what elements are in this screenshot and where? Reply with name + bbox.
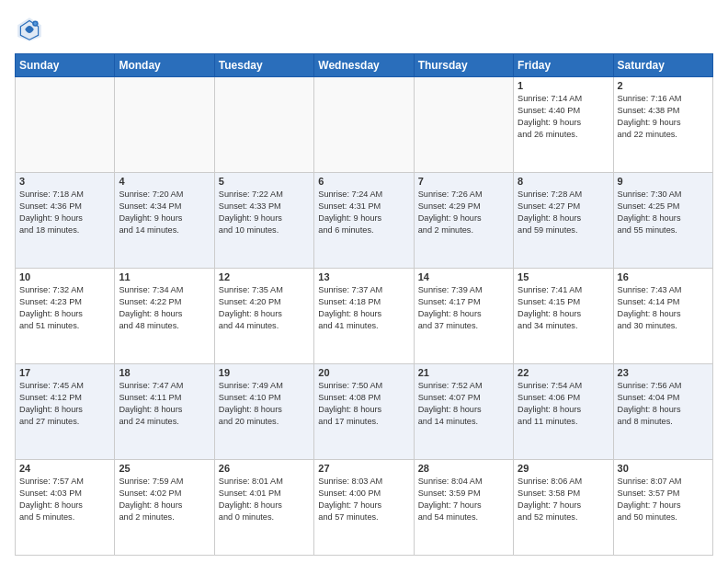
calendar-cell: 18Sunrise: 7:47 AM Sunset: 4:11 PM Dayli… <box>115 364 214 460</box>
day-number: 9 <box>618 176 709 187</box>
day-number: 28 <box>418 463 509 474</box>
weekday-header-thursday: Thursday <box>414 54 513 77</box>
calendar-cell: 26Sunrise: 8:01 AM Sunset: 4:01 PM Dayli… <box>214 460 313 556</box>
calendar-cell <box>115 77 214 173</box>
logo <box>15 15 48 44</box>
day-info: Sunrise: 8:01 AM Sunset: 4:01 PM Dayligh… <box>219 476 310 523</box>
day-info: Sunrise: 7:52 AM Sunset: 4:07 PM Dayligh… <box>418 380 509 428</box>
day-info: Sunrise: 7:59 AM Sunset: 4:02 PM Dayligh… <box>119 476 210 523</box>
day-info: Sunrise: 7:54 AM Sunset: 4:06 PM Dayligh… <box>518 380 609 428</box>
weekday-header-row: SundayMondayTuesdayWednesdayThursdayFrid… <box>16 54 713 77</box>
day-info: Sunrise: 7:16 AM Sunset: 4:38 PM Dayligh… <box>618 93 709 141</box>
day-number: 7 <box>418 176 509 187</box>
calendar-cell: 1Sunrise: 7:14 AM Sunset: 4:40 PM Daylig… <box>514 77 613 173</box>
calendar-cell: 11Sunrise: 7:34 AM Sunset: 4:22 PM Dayli… <box>115 269 214 364</box>
calendar-cell: 17Sunrise: 7:45 AM Sunset: 4:12 PM Dayli… <box>16 364 115 460</box>
svg-point-3 <box>34 22 37 25</box>
week-row-3: 10Sunrise: 7:32 AM Sunset: 4:23 PM Dayli… <box>16 269 713 364</box>
day-number: 13 <box>318 271 409 282</box>
day-number: 19 <box>219 367 310 378</box>
header <box>15 15 713 44</box>
day-number: 8 <box>518 176 609 187</box>
day-number: 12 <box>219 271 310 282</box>
weekday-header-sunday: Sunday <box>16 54 115 77</box>
day-number: 16 <box>618 271 709 282</box>
calendar-cell: 3Sunrise: 7:18 AM Sunset: 4:36 PM Daylig… <box>16 173 115 269</box>
calendar-cell: 30Sunrise: 8:07 AM Sunset: 3:57 PM Dayli… <box>613 460 712 556</box>
day-number: 10 <box>19 271 110 282</box>
day-info: Sunrise: 7:35 AM Sunset: 4:20 PM Dayligh… <box>219 284 310 332</box>
day-number: 29 <box>518 463 609 474</box>
week-row-2: 3Sunrise: 7:18 AM Sunset: 4:36 PM Daylig… <box>16 173 713 269</box>
calendar-cell: 24Sunrise: 7:57 AM Sunset: 4:03 PM Dayli… <box>16 460 115 556</box>
day-info: Sunrise: 7:26 AM Sunset: 4:29 PM Dayligh… <box>418 189 509 236</box>
day-info: Sunrise: 8:04 AM Sunset: 3:59 PM Dayligh… <box>418 476 509 523</box>
day-info: Sunrise: 7:18 AM Sunset: 4:36 PM Dayligh… <box>19 189 110 236</box>
day-number: 1 <box>518 80 609 91</box>
calendar-cell: 19Sunrise: 7:49 AM Sunset: 4:10 PM Dayli… <box>214 364 313 460</box>
day-info: Sunrise: 7:43 AM Sunset: 4:14 PM Dayligh… <box>618 284 709 332</box>
day-number: 17 <box>19 367 110 378</box>
day-info: Sunrise: 7:47 AM Sunset: 4:11 PM Dayligh… <box>119 380 210 428</box>
weekday-header-saturday: Saturday <box>613 54 712 77</box>
week-row-5: 24Sunrise: 7:57 AM Sunset: 4:03 PM Dayli… <box>16 460 713 556</box>
day-info: Sunrise: 7:49 AM Sunset: 4:10 PM Dayligh… <box>219 380 310 428</box>
calendar-cell: 22Sunrise: 7:54 AM Sunset: 4:06 PM Dayli… <box>514 364 613 460</box>
day-info: Sunrise: 7:24 AM Sunset: 4:31 PM Dayligh… <box>318 189 409 236</box>
weekday-header-wednesday: Wednesday <box>314 54 414 77</box>
calendar-cell: 27Sunrise: 8:03 AM Sunset: 4:00 PM Dayli… <box>314 460 414 556</box>
day-info: Sunrise: 7:34 AM Sunset: 4:22 PM Dayligh… <box>119 284 210 332</box>
day-number: 14 <box>418 271 509 282</box>
day-number: 2 <box>618 80 709 91</box>
day-info: Sunrise: 7:30 AM Sunset: 4:25 PM Dayligh… <box>618 189 709 236</box>
day-number: 26 <box>219 463 310 474</box>
calendar-cell: 5Sunrise: 7:22 AM Sunset: 4:33 PM Daylig… <box>214 173 313 269</box>
day-info: Sunrise: 8:03 AM Sunset: 4:00 PM Dayligh… <box>318 476 409 523</box>
calendar-cell: 15Sunrise: 7:41 AM Sunset: 4:15 PM Dayli… <box>514 269 613 364</box>
day-info: Sunrise: 7:45 AM Sunset: 4:12 PM Dayligh… <box>19 380 110 428</box>
logo-icon <box>15 15 44 44</box>
week-row-1: 1Sunrise: 7:14 AM Sunset: 4:40 PM Daylig… <box>16 77 713 173</box>
day-number: 3 <box>19 176 110 187</box>
day-info: Sunrise: 7:22 AM Sunset: 4:33 PM Dayligh… <box>219 189 310 236</box>
calendar-cell <box>214 77 313 173</box>
day-number: 21 <box>418 367 509 378</box>
day-number: 11 <box>119 271 210 282</box>
calendar-cell: 20Sunrise: 7:50 AM Sunset: 4:08 PM Dayli… <box>314 364 414 460</box>
calendar-cell: 23Sunrise: 7:56 AM Sunset: 4:04 PM Dayli… <box>613 364 712 460</box>
page: SundayMondayTuesdayWednesdayThursdayFrid… <box>0 0 728 563</box>
calendar-cell <box>16 77 115 173</box>
calendar-cell: 7Sunrise: 7:26 AM Sunset: 4:29 PM Daylig… <box>414 173 513 269</box>
day-number: 20 <box>318 367 409 378</box>
day-number: 24 <box>19 463 110 474</box>
calendar-cell: 25Sunrise: 7:59 AM Sunset: 4:02 PM Dayli… <box>115 460 214 556</box>
calendar-cell <box>314 77 414 173</box>
day-info: Sunrise: 7:14 AM Sunset: 4:40 PM Dayligh… <box>518 93 609 141</box>
day-number: 27 <box>318 463 409 474</box>
calendar-cell: 9Sunrise: 7:30 AM Sunset: 4:25 PM Daylig… <box>613 173 712 269</box>
day-info: Sunrise: 7:57 AM Sunset: 4:03 PM Dayligh… <box>19 476 110 523</box>
day-info: Sunrise: 7:56 AM Sunset: 4:04 PM Dayligh… <box>618 380 709 428</box>
day-number: 25 <box>119 463 210 474</box>
day-number: 15 <box>518 271 609 282</box>
day-number: 22 <box>518 367 609 378</box>
day-info: Sunrise: 7:37 AM Sunset: 4:18 PM Dayligh… <box>318 284 409 332</box>
calendar-cell: 4Sunrise: 7:20 AM Sunset: 4:34 PM Daylig… <box>115 173 214 269</box>
day-number: 4 <box>119 176 210 187</box>
calendar-cell: 6Sunrise: 7:24 AM Sunset: 4:31 PM Daylig… <box>314 173 414 269</box>
day-info: Sunrise: 7:50 AM Sunset: 4:08 PM Dayligh… <box>318 380 409 428</box>
calendar-cell: 8Sunrise: 7:28 AM Sunset: 4:27 PM Daylig… <box>514 173 613 269</box>
week-row-4: 17Sunrise: 7:45 AM Sunset: 4:12 PM Dayli… <box>16 364 713 460</box>
calendar-cell: 14Sunrise: 7:39 AM Sunset: 4:17 PM Dayli… <box>414 269 513 364</box>
day-info: Sunrise: 7:28 AM Sunset: 4:27 PM Dayligh… <box>518 189 609 236</box>
calendar-cell: 16Sunrise: 7:43 AM Sunset: 4:14 PM Dayli… <box>613 269 712 364</box>
day-info: Sunrise: 7:32 AM Sunset: 4:23 PM Dayligh… <box>19 284 110 332</box>
calendar-cell: 2Sunrise: 7:16 AM Sunset: 4:38 PM Daylig… <box>613 77 712 173</box>
day-number: 18 <box>119 367 210 378</box>
day-info: Sunrise: 7:41 AM Sunset: 4:15 PM Dayligh… <box>518 284 609 332</box>
day-number: 6 <box>318 176 409 187</box>
calendar-cell: 12Sunrise: 7:35 AM Sunset: 4:20 PM Dayli… <box>214 269 313 364</box>
day-info: Sunrise: 7:20 AM Sunset: 4:34 PM Dayligh… <box>119 189 210 236</box>
calendar-cell: 21Sunrise: 7:52 AM Sunset: 4:07 PM Dayli… <box>414 364 513 460</box>
calendar-cell <box>414 77 513 173</box>
